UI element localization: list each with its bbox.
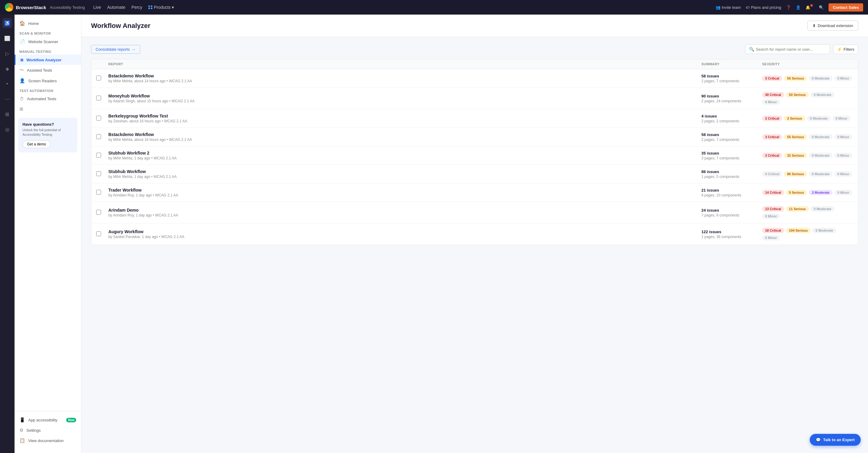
test-automation-section-label: Test automation xyxy=(14,86,81,94)
search-icon: 🔍 xyxy=(749,47,754,52)
filters-btn[interactable]: ⚡ Filters xyxy=(833,44,858,54)
table-row[interactable]: Augury Workflow by Sanket Parsekar, 1 da… xyxy=(91,223,858,245)
sidebar-item-assisted-tests[interactable]: 〜 Assisted Tests xyxy=(14,65,81,76)
row-severity-0: 3 Critical 55 Serious 0 Moderate 0 Minor xyxy=(762,76,853,81)
row-checkbox-2[interactable] xyxy=(96,116,108,121)
table-row[interactable]: Arindam Demo by Arindam Roy, 1 day ago •… xyxy=(91,202,858,223)
minor-badge: 0 Minor xyxy=(834,153,852,158)
search-box[interactable]: 🔍 xyxy=(745,44,830,54)
sidebar-icon-more1[interactable]: • xyxy=(2,79,12,89)
row-severity-1: 40 Critical 50 Serious 0 Moderate 0 Mino… xyxy=(762,92,853,105)
sidebar-item-docs[interactable]: 📋 View documentation xyxy=(14,435,81,446)
app-accessibility-label: App accessibility xyxy=(28,418,57,422)
moderate-badge: 0 Moderate xyxy=(809,171,833,177)
table-row[interactable]: Stubhub Workflow by Mihir Mehta, 1 day a… xyxy=(91,165,858,183)
row-checkbox-7[interactable] xyxy=(96,210,108,216)
row-checkbox-4[interactable] xyxy=(96,153,108,158)
invite-team-btn[interactable]: 👥 Invite team xyxy=(716,5,741,10)
nav-products[interactable]: Products ▾ xyxy=(148,5,174,10)
help-icon[interactable]: ❓ xyxy=(786,5,791,10)
table-row[interactable]: Berkeleygroup Workflow Test by Zeeshan, … xyxy=(91,109,858,128)
minor-badge: 0 Minor xyxy=(834,190,852,195)
sidebar-item-screen-readers[interactable]: 👤 Screen Readers xyxy=(14,76,81,86)
products-chevron-icon: ▾ xyxy=(172,5,174,10)
sidebar-item-app-accessibility[interactable]: 📱 App accessibility New xyxy=(14,415,81,425)
logo[interactable]: BrowserStack Accessibility Testing xyxy=(5,3,85,11)
search-input[interactable] xyxy=(756,47,826,52)
row-severity-8: 18 Critical 104 Serious 0 Moderate 0 Min… xyxy=(762,228,853,240)
row-report-7: Arindam Demo by Arindam Roy, 1 day ago •… xyxy=(108,208,702,217)
row-checkbox-6[interactable] xyxy=(96,190,108,195)
moderate-badge: 2 Moderate xyxy=(809,190,833,195)
sidebar-icon-more3[interactable]: ⊞ xyxy=(2,109,12,119)
screen-readers-label: Screen Readers xyxy=(28,79,57,83)
table-row[interactable]: Trader Workflow by Arindam Roy, 1 day ag… xyxy=(91,183,858,202)
website-scanner-label: Website Scanner xyxy=(28,39,58,44)
row-summary-2: 4 issues 2 pages, 2 components xyxy=(702,114,762,123)
row-checkbox-1[interactable] xyxy=(96,96,108,101)
search-icon[interactable]: 🔍 xyxy=(819,5,824,10)
sidebar-item-settings[interactable]: ⚙ Settings xyxy=(14,425,81,435)
nav-percy[interactable]: Percy xyxy=(131,5,142,10)
sidebar-icon-more4[interactable]: ◎ xyxy=(2,124,12,134)
sidebar-item-extra[interactable]: ⊞ xyxy=(14,104,81,114)
sidebar-item-website-scanner[interactable]: 📄 Website Scanner xyxy=(14,36,81,47)
row-checkbox-0[interactable] xyxy=(96,76,108,81)
sidebar-bottom: 📱 App accessibility New ⚙ Settings 📋 Vie… xyxy=(14,411,81,449)
logo-icon xyxy=(5,3,13,11)
row-checkbox-8[interactable] xyxy=(96,231,108,237)
chat-icon: 💬 xyxy=(816,437,820,442)
serious-badge: 55 Serious xyxy=(784,76,807,81)
table-top-bar: Consolidate reports → 🔍 ⚡ Filters xyxy=(91,44,858,54)
table-controls: 🔍 ⚡ Filters xyxy=(745,44,858,54)
docs-icon: 📋 xyxy=(20,438,25,443)
notification-icon[interactable]: 🔔 xyxy=(805,5,814,10)
moderate-badge: 0 Moderate xyxy=(812,228,836,233)
table-row[interactable]: Bstackdemo Workflow by Mihir Mehta, abou… xyxy=(91,69,858,88)
top-nav: BrowserStack Accessibility Testing Live … xyxy=(0,0,868,14)
sidebar-icon-more2[interactable]: ⋯ xyxy=(2,94,12,104)
row-severity-3: 3 Critical 55 Serious 0 Moderate 0 Minor xyxy=(762,134,853,140)
row-report-8: Augury Workflow by Sanket Parsekar, 1 da… xyxy=(108,229,702,239)
moderate-badge: 0 Moderate xyxy=(811,206,834,212)
row-report-0: Bstackdemo Workflow by Mihir Mehta, abou… xyxy=(108,73,702,83)
card-desc: Unlock the full potential of Accessibili… xyxy=(23,128,73,137)
assisted-tests-label: Assisted Tests xyxy=(27,68,52,72)
contact-sales-btn[interactable]: Contact Sales xyxy=(829,3,863,11)
sidebar-item-home[interactable]: 🏠 Home xyxy=(14,18,81,29)
plans-pricing-btn[interactable]: 🏷 Plans and pricing xyxy=(746,5,781,10)
consolidate-reports-btn[interactable]: Consolidate reports → xyxy=(91,45,140,54)
table-row[interactable]: Bstackdemo Workflow by Mihir Mehta, abou… xyxy=(91,128,858,146)
row-report-1: Moneyhub Workflow by Adarsh Singh, about… xyxy=(108,93,702,103)
nav-automate[interactable]: Automate xyxy=(107,5,125,10)
table-row[interactable]: Moneyhub Workflow by Adarsh Singh, about… xyxy=(91,88,858,109)
row-report-4: Stubhub Workflow 2 by Mihir Mehta, 1 day… xyxy=(108,151,702,160)
table-area: Consolidate reports → 🔍 ⚡ Filters xyxy=(81,37,868,453)
workflow-analyzer-label: Workflow Analyzer xyxy=(26,58,62,62)
user-icon[interactable]: 👤 xyxy=(796,5,801,10)
docs-label: View documentation xyxy=(28,439,64,443)
sidebar-item-automated-tests[interactable]: ⏱ Automated Tests xyxy=(14,94,81,104)
nav-live[interactable]: Live xyxy=(93,5,101,10)
page-title: Workflow Analyzer xyxy=(91,22,151,30)
summary-col-header: SUMMARY xyxy=(702,62,762,66)
talk-to-expert-btn[interactable]: 💬 Talk to an Expert xyxy=(810,434,861,446)
minor-badge: 0 Minor xyxy=(762,213,780,219)
sidebar-icon-live[interactable]: ⬜ xyxy=(2,33,12,43)
get-demo-btn[interactable]: Get a demo xyxy=(23,140,51,148)
moderate-badge: 0 Moderate xyxy=(807,116,831,121)
table-row[interactable]: Stubhub Workflow 2 by Mihir Mehta, 1 day… xyxy=(91,146,858,165)
row-summary-5: 86 issues 1 pages, 5 components xyxy=(702,170,762,179)
row-checkbox-3[interactable] xyxy=(96,134,108,140)
sidebar-icon-accessibility[interactable]: ♿ xyxy=(2,18,12,28)
critical-badge: 3 Critical xyxy=(762,76,782,81)
sidebar-icon-percy[interactable]: ◈ xyxy=(2,64,12,73)
products-grid-icon xyxy=(148,5,153,9)
table-body: Bstackdemo Workflow by Mihir Mehta, abou… xyxy=(91,69,858,245)
download-extension-btn[interactable]: ⬇ Download extension xyxy=(807,21,858,31)
row-checkbox-5[interactable] xyxy=(96,171,108,177)
row-severity-2: 2 Critical 2 Serious 0 Moderate 0 Minor xyxy=(762,116,853,121)
serious-badge: 11 Serious xyxy=(786,206,809,212)
sidebar-item-workflow-analyzer[interactable]: ⧈ Workflow Analyzer xyxy=(14,55,81,65)
sidebar-icon-automate[interactable]: ▷ xyxy=(2,49,12,58)
